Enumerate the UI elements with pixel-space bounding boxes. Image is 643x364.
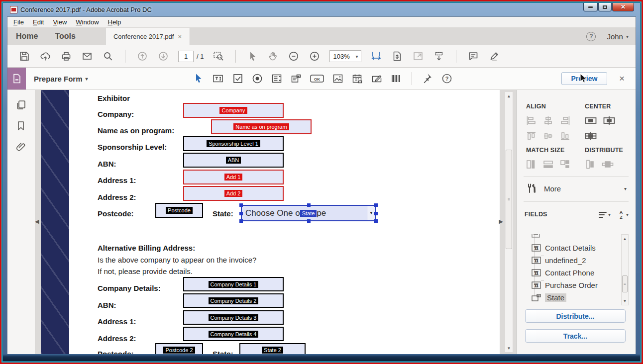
fullscreen-button[interactable] (412, 50, 424, 62)
tab-home[interactable]: Home (7, 28, 46, 45)
minimize-button[interactable] (583, 3, 598, 11)
signature-field-tool[interactable] (371, 73, 383, 85)
page-thumbnails-icon[interactable] (15, 99, 27, 111)
list-box-tool[interactable] (271, 73, 283, 85)
more-tools-menu[interactable]: More ▾ (517, 177, 636, 194)
match-both-icon[interactable] (560, 160, 570, 169)
postcode-field[interactable]: Postcode (155, 203, 203, 218)
center-horizontally-icon[interactable] (585, 116, 597, 125)
company-field[interactable]: Company (183, 103, 284, 118)
sort-by-tab-order-icon[interactable]: ▾ (598, 210, 611, 219)
name-on-program-field[interactable]: Name as on program (211, 119, 312, 134)
match-height-icon[interactable] (526, 160, 536, 169)
align-top-icon[interactable] (526, 131, 536, 141)
keep-tool-selected-pin[interactable] (422, 73, 433, 85)
selection-handle[interactable] (374, 212, 378, 215)
address2-field[interactable]: Add 2 (183, 186, 284, 201)
date-field-tool[interactable] (351, 73, 363, 85)
close-prepare-form-icon[interactable]: × (619, 73, 625, 84)
distribute-horizontally-icon[interactable] (602, 160, 614, 169)
zoom-in-button[interactable] (309, 50, 321, 62)
next-page-button[interactable] (157, 50, 169, 62)
selection-handle[interactable] (374, 203, 378, 207)
text-field-tool[interactable] (212, 73, 224, 85)
sponsorship-field[interactable]: Sponsorship Level 1 (183, 136, 284, 151)
align-horizontal-center-icon[interactable] (543, 116, 553, 125)
form-select-arrow-button[interactable] (193, 73, 205, 85)
comment-button[interactable] (467, 50, 479, 62)
collapse-left-panel-icon[interactable]: ◀ (35, 218, 39, 225)
bookmarks-icon[interactable] (15, 120, 27, 132)
menu-edit[interactable]: Edit (33, 18, 44, 26)
scroll-up-icon[interactable]: ▲ (622, 235, 628, 243)
menu-file[interactable]: File (13, 18, 24, 26)
selection-handle[interactable] (239, 203, 243, 207)
align-right-icon[interactable] (560, 116, 570, 125)
scrollbar-thumb[interactable]: ≡ (622, 275, 628, 292)
tab-tools[interactable]: Tools (46, 28, 84, 45)
checkbox-field-tool[interactable] (232, 73, 244, 85)
fit-page-button[interactable] (391, 50, 403, 62)
share-upload-button[interactable] (39, 50, 51, 62)
scroll-down-icon[interactable]: ▼ (505, 344, 513, 352)
marquee-zoom-button[interactable] (213, 50, 224, 62)
attachments-icon[interactable] (15, 141, 27, 153)
track-button[interactable]: Track... (525, 329, 626, 343)
maximize-button[interactable] (598, 3, 612, 11)
scroll-up-icon[interactable]: ▲ (505, 92, 513, 100)
company-details3-field[interactable]: Company Details 3 (183, 310, 284, 325)
company-details2-field[interactable]: Company Details 2 (183, 293, 284, 308)
field-list-item-selected[interactable]: State (532, 292, 566, 303)
image-field-tool[interactable] (332, 73, 344, 85)
zoom-out-button[interactable] (288, 50, 300, 62)
zoom-level-select[interactable]: 103% ▾ (329, 50, 361, 62)
abn-field[interactable]: ABN (183, 153, 284, 168)
prepare-form-menu[interactable]: Prepare Form ▾ (34, 75, 88, 83)
button-field-tool[interactable]: OK (310, 73, 324, 84)
fit-width-button[interactable] (370, 50, 382, 62)
selection-handle[interactable] (307, 219, 311, 223)
radio-field-tool[interactable] (251, 73, 263, 85)
previous-page-button[interactable] (136, 50, 148, 62)
selection-handle[interactable] (374, 219, 378, 223)
field-list-scrollbar[interactable]: ▲ ≡ ▼ (621, 234, 629, 305)
address1-field[interactable]: Add 1 (183, 170, 284, 184)
scroll-mode-button[interactable] (433, 50, 445, 62)
barcode-field-tool[interactable] (390, 73, 402, 85)
sort-alphabetical-icon[interactable]: AZ▾ (618, 209, 629, 219)
scrollbar-thumb[interactable]: ≡ (506, 150, 512, 249)
field-list-item-partial[interactable] (532, 234, 540, 240)
field-list-item[interactable]: TI Contact Details (532, 242, 596, 253)
state-dropdown-field[interactable]: Choose One oStatepe ▼ (241, 205, 376, 221)
center-both-icon[interactable] (585, 131, 597, 141)
help-icon[interactable]: ? (586, 32, 596, 41)
selection-handle[interactable] (307, 203, 311, 207)
distribute-button[interactable]: Distribute... (525, 309, 626, 323)
email-button[interactable] (81, 50, 93, 62)
selection-handle[interactable] (239, 219, 243, 223)
select-tool-button[interactable] (247, 51, 258, 62)
tab-close-icon[interactable]: × (178, 33, 182, 40)
document-scrollbar[interactable]: ▲ ≡ ▼ (505, 91, 513, 353)
title-bar[interactable]: Conference 2017.pdf - Adobe Acrobat Pro … (3, 3, 640, 16)
menu-help[interactable]: Help (108, 18, 121, 26)
company-details1-field[interactable]: Company Details 1 (183, 277, 284, 291)
highlight-button[interactable] (488, 50, 500, 62)
dropdown-field-tool[interactable] (290, 73, 302, 85)
hand-tool-button[interactable] (267, 50, 279, 62)
menu-view[interactable]: View (53, 18, 67, 26)
form-help-button[interactable] (441, 73, 453, 85)
field-list-item[interactable]: TI undefined_2 (532, 255, 586, 266)
expand-right-panel-icon[interactable]: ▶ (499, 218, 503, 225)
print-button[interactable] (60, 50, 72, 62)
match-width-icon[interactable] (543, 160, 553, 169)
scroll-down-icon[interactable]: ▼ (622, 297, 628, 305)
menu-window[interactable]: Window (76, 18, 99, 26)
tab-document[interactable]: Conference 2017.pdf × (105, 28, 190, 45)
align-bottom-icon[interactable] (560, 131, 570, 141)
distribute-vertically-icon[interactable] (585, 160, 595, 169)
center-vertically-icon[interactable] (603, 116, 615, 125)
align-vertical-middle-icon[interactable] (543, 131, 553, 141)
search-button[interactable] (102, 50, 114, 62)
field-list-item[interactable]: TI Purchase Order (532, 279, 598, 290)
